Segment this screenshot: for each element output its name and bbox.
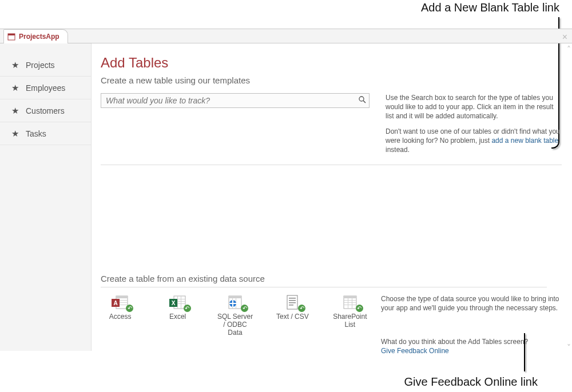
textfile-icon: [283, 294, 302, 310]
database-icon: [225, 294, 245, 310]
sidebar-item-employees[interactable]: ★ Employees: [0, 77, 91, 99]
star-icon: ★: [11, 129, 19, 139]
search-input[interactable]: [101, 93, 370, 108]
sidebar-item-label: Customers: [26, 106, 65, 115]
sharepoint-icon: [340, 294, 360, 310]
sidebar-item-label: Tasks: [26, 129, 46, 138]
source-label: SQL Server / ODBC Data: [216, 313, 255, 337]
sidebar-item-customers[interactable]: ★ Customers: [0, 99, 91, 122]
svg-rect-37: [352, 296, 352, 309]
sidebar-item-tasks[interactable]: ★ Tasks: [0, 122, 91, 145]
svg-rect-27: [289, 298, 296, 299]
existing-source-heading: Create a table from an existing data sou…: [101, 274, 547, 287]
excel-icon: X: [168, 294, 188, 310]
svg-rect-32: [344, 296, 356, 298]
sidebar-item-label: Employees: [26, 83, 65, 93]
svg-text:A: A: [114, 300, 118, 306]
give-feedback-link[interactable]: Give Feedback Online: [381, 347, 449, 355]
svg-rect-1: [8, 34, 15, 35]
access-icon: A: [110, 294, 130, 310]
svg-rect-33: [344, 300, 356, 301]
sidebar-item-projects[interactable]: ★ Projects: [0, 54, 91, 77]
source-sharepoint[interactable]: SharePoint List: [331, 294, 370, 355]
feedback-text: What do you think about the Add Tables s…: [381, 338, 528, 346]
svg-rect-35: [344, 305, 356, 305]
svg-rect-16: [181, 296, 181, 309]
tabbar: ProjectsApp ×: [0, 29, 572, 43]
source-excel[interactable]: X Excel: [158, 294, 197, 355]
svg-line-3: [363, 101, 366, 103]
search-icon[interactable]: [358, 95, 366, 105]
svg-rect-28: [289, 300, 296, 301]
page-title: Add Tables: [101, 55, 562, 71]
source-label: SharePoint List: [331, 313, 370, 329]
tab-title: ProjectsApp: [19, 33, 59, 41]
app-icon: [7, 33, 15, 41]
annotation-bottom: Give Feedback Online link: [404, 375, 538, 389]
page-subtitle: Create a new table using our templates: [101, 75, 562, 85]
annotation-line-bottom: [524, 333, 525, 371]
help-text: Use the Search box to search for the typ…: [386, 93, 562, 160]
svg-rect-20: [229, 296, 241, 298]
tab-projectsapp[interactable]: ProjectsApp: [3, 29, 68, 43]
svg-rect-5: [116, 296, 128, 298]
svg-rect-30: [289, 305, 293, 306]
star-icon: ★: [11, 60, 19, 70]
source-textcsv[interactable]: Text / CSV: [273, 294, 312, 355]
scroll-down-icon[interactable]: ˅: [567, 343, 571, 352]
svg-text:X: X: [171, 300, 175, 306]
star-icon: ★: [11, 106, 19, 116]
sidebar-item-label: Projects: [26, 61, 55, 70]
svg-rect-15: [177, 296, 178, 309]
source-sqlserver[interactable]: SQL Server / ODBC Data: [216, 294, 255, 355]
sources-help-text: Choose the type of data source you would…: [381, 294, 562, 313]
add-blank-table-link[interactable]: add a new blank table: [491, 137, 558, 145]
annotation-top: Add a New Blank Table link: [421, 1, 559, 14]
close-icon[interactable]: ×: [562, 32, 567, 42]
star-icon: ★: [11, 83, 19, 93]
svg-rect-25: [229, 303, 236, 304]
source-access[interactable]: A Access: [101, 294, 140, 355]
sidebar: ★ Projects ★ Employees ★ Customers ★ Tas…: [0, 43, 92, 351]
svg-rect-29: [289, 302, 296, 303]
scroll-up-icon[interactable]: ˄: [567, 45, 571, 54]
source-label: Text / CSV: [276, 313, 309, 321]
svg-point-2: [359, 97, 364, 101]
source-label: Access: [109, 313, 132, 321]
source-label: Excel: [169, 313, 186, 321]
svg-rect-34: [344, 302, 356, 303]
svg-rect-36: [348, 296, 348, 309]
